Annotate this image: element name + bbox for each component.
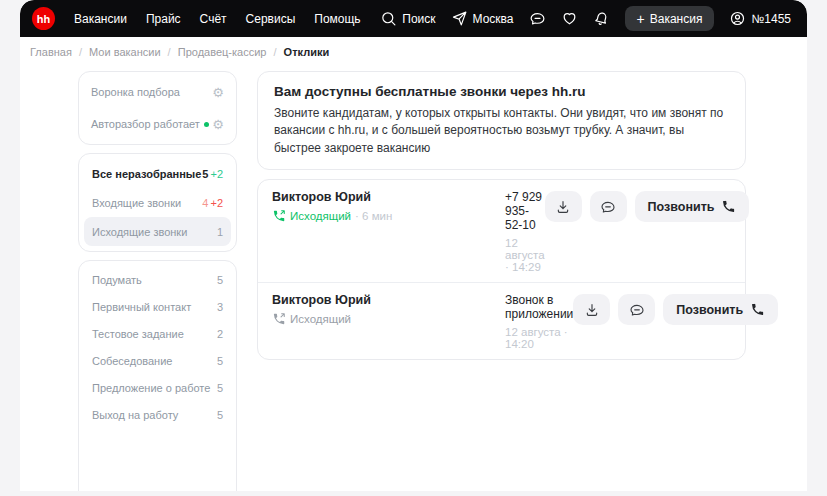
stage-label: Подумать [92, 274, 142, 286]
status-dot-icon [204, 122, 209, 127]
sidebar: Воронка подбора ⚙ Авторазбор работает ⚙ … [78, 71, 237, 491]
banner-title: Вам доступны бесплатные звонки через hh.… [274, 84, 729, 99]
sidebar-item-funnel[interactable]: Воронка подбора ⚙ [79, 76, 236, 108]
breadcrumb-separator: / [79, 46, 82, 58]
top-header: hh Вакансии Прайс Счёт Сервисы Помощь По… [20, 0, 807, 37]
breadcrumb: Главная / Мои вакансии / Продавец-кассир… [20, 37, 807, 65]
candidate-name[interactable]: Викторов Юрий [272, 293, 505, 307]
filter-label: Исходящие звонки [92, 226, 187, 238]
gear-icon[interactable]: ⚙ [212, 118, 224, 131]
call-duration: · 6 мин [355, 210, 392, 222]
sidebar-filters-card: Все неразобранные 5 +2 Входящие звонки 4… [78, 153, 237, 252]
filter-count: 1 [217, 226, 223, 238]
comment-button[interactable] [590, 191, 627, 222]
stage-count: 5 [217, 409, 223, 421]
call-phone-number: +7 929 935-52-10 [505, 190, 545, 232]
filter-count: 5 [202, 168, 208, 180]
download-record-button[interactable] [573, 294, 610, 325]
location-icon [451, 10, 468, 27]
city-selector[interactable]: Москва [451, 10, 514, 27]
filter-label: Входящие звонки [92, 197, 181, 209]
stage-count: 5 [217, 355, 223, 367]
chat-icon[interactable] [529, 10, 546, 27]
plus-icon: + [637, 12, 645, 26]
outgoing-call-icon [272, 209, 286, 223]
breadcrumb-my-vacancies[interactable]: Мои вакансии [89, 46, 160, 58]
page-content: Воронка подбора ⚙ Авторазбор работает ⚙ … [20, 65, 807, 491]
nav-help[interactable]: Помощь [314, 12, 360, 26]
download-record-button[interactable] [545, 191, 582, 222]
stage-count: 3 [217, 301, 223, 313]
nav-services[interactable]: Сервисы [246, 12, 296, 26]
stage-first-contact[interactable]: Первичный контакт 3 [84, 293, 231, 320]
stage-interview[interactable]: Собеседование 5 [84, 347, 231, 374]
stage-label: Тестовое задание [92, 328, 184, 340]
stage-label: Выход на работу [92, 409, 178, 421]
add-vacancy-button[interactable]: + Вакансия [625, 6, 715, 31]
filter-incoming-calls[interactable]: Входящие звонки 4 +2 [84, 188, 231, 217]
sidebar-settings-card: Воронка подбора ⚙ Авторазбор работает ⚙ [78, 71, 237, 145]
call-direction: Исходящий [290, 210, 351, 222]
sidebar-item-autosort[interactable]: Авторазбор работает ⚙ [79, 108, 236, 140]
candidate-name[interactable]: Викторов Юрий [272, 190, 505, 204]
calls-list: Викторов Юрий Исходящий · 6 мин +7 929 9… [257, 179, 746, 360]
call-type: Звонок в приложении [505, 293, 573, 321]
account-menu[interactable]: №1455 [729, 10, 791, 27]
account-id: №1455 [751, 12, 791, 26]
nav-account[interactable]: Счёт [200, 12, 227, 26]
breadcrumb-separator: / [168, 46, 171, 58]
stages-card-spacer [84, 428, 231, 491]
stage-start-work[interactable]: Выход на работу 5 [84, 401, 231, 428]
filter-outgoing-calls[interactable]: Исходящие звонки 1 [84, 217, 231, 246]
search-icon [380, 10, 397, 27]
stage-label: Собеседование [92, 355, 172, 367]
heart-icon[interactable] [561, 10, 578, 27]
stage-label: Предложение о работе [92, 382, 210, 394]
comment-icon [629, 302, 645, 318]
breadcrumb-vacancy[interactable]: Продавец-кассир [178, 46, 267, 58]
add-vacancy-label: Вакансия [650, 12, 703, 26]
call-row: Викторов Юрий Исходящий Звонок в приложе… [258, 282, 745, 359]
filter-count: 4 [202, 197, 208, 209]
phone-icon [721, 199, 736, 214]
stage-job-offer[interactable]: Предложение о работе 5 [84, 374, 231, 401]
breadcrumb-separator: / [273, 46, 276, 58]
comment-icon [600, 199, 616, 215]
gear-icon[interactable]: ⚙ [212, 86, 224, 99]
bell-icon[interactable] [593, 10, 610, 27]
call-direction: Исходящий [290, 313, 351, 325]
stage-count: 5 [217, 382, 223, 394]
breadcrumb-current: Отклики [284, 46, 330, 58]
stage-count: 2 [217, 328, 223, 340]
search-button[interactable]: Поиск [380, 10, 435, 27]
profile-icon [729, 10, 746, 27]
download-icon [584, 302, 600, 318]
main-panel: Вам доступны бесплатные звонки через hh.… [257, 71, 746, 360]
app-window: hh Вакансии Прайс Счёт Сервисы Помощь По… [20, 0, 807, 491]
free-calls-banner: Вам доступны бесплатные звонки через hh.… [257, 71, 746, 170]
header-right: Поиск Москва + Вакансия [380, 6, 791, 31]
comment-button[interactable] [618, 294, 655, 325]
city-label: Москва [473, 12, 514, 26]
call-date: 12 августа · 14:20 [505, 326, 573, 350]
outgoing-call-icon [272, 312, 286, 326]
download-icon [555, 199, 571, 215]
nav-vacancies[interactable]: Вакансии [74, 12, 127, 26]
filter-all-unsorted[interactable]: Все неразобранные 5 +2 [84, 159, 231, 188]
stage-label: Первичный контакт [92, 301, 191, 313]
hh-logo[interactable]: hh [32, 7, 55, 30]
stage-think[interactable]: Подумать 5 [84, 266, 231, 293]
autosort-label: Авторазбор работает [91, 118, 200, 130]
breadcrumb-home[interactable]: Главная [30, 46, 72, 58]
nav-price[interactable]: Прайс [146, 12, 181, 26]
stage-count: 5 [217, 274, 223, 286]
stage-test-task[interactable]: Тестовое задание 2 [84, 320, 231, 347]
call-row: Викторов Юрий Исходящий · 6 мин +7 929 9… [258, 180, 745, 282]
sidebar-stages-card: Подумать 5 Первичный контакт 3 Тестовое … [78, 260, 237, 491]
funnel-label: Воронка подбора [91, 86, 180, 98]
call-button[interactable]: Позвонить [635, 191, 750, 222]
call-button[interactable]: Позвонить [663, 294, 778, 325]
filter-label: Все неразобранные [92, 168, 201, 180]
filter-count-extra: +2 [210, 197, 223, 209]
phone-icon [750, 302, 765, 317]
